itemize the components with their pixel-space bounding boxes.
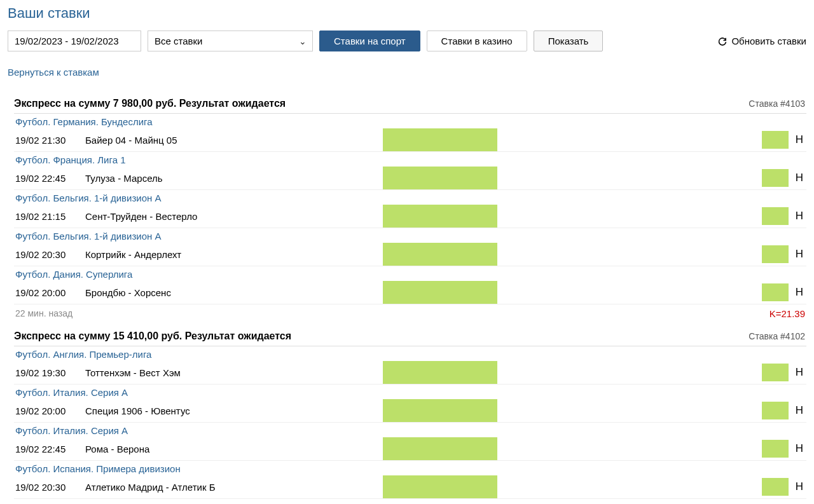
page-title: Ваши ставки [8, 5, 806, 22]
bet-footer: 23 мин. назадK=10.71 [14, 499, 806, 504]
event-right: Н [762, 131, 805, 149]
event-match: Тоттенхэм - Вест Хэм [85, 367, 181, 378]
bet-selection-highlight [383, 243, 497, 266]
event-right: Н [762, 364, 805, 381]
event-right: Н [762, 478, 805, 496]
event-match: Рома - Верона [85, 444, 149, 454]
bet-selection-highlight [383, 361, 497, 384]
bet-block: Экспресс на сумму 7 980,00 руб. Результа… [14, 94, 806, 322]
date-range-input[interactable] [8, 31, 141, 51]
event-status: Н [794, 442, 805, 455]
bet-id: Ставка #4102 [748, 331, 805, 341]
refresh-label: Обновить ставки [731, 36, 806, 46]
bet-selection-highlight [383, 437, 497, 460]
odds-highlight [762, 131, 789, 149]
event-match: Атлетико Мадрид - Атлетик Б [85, 482, 216, 493]
league-link[interactable]: Футбол. Англия. Премьер-лига [14, 346, 806, 361]
tab-sport-bets[interactable]: Ставки на спорт [319, 31, 420, 51]
filter-bar: ⌄ Ставки на спорт Ставки в казино Показа… [8, 31, 806, 51]
event-right: Н [762, 245, 805, 263]
event-status: Н [794, 480, 805, 493]
odds-highlight [762, 478, 789, 496]
event-status: Н [794, 404, 805, 417]
tab-casino-bets[interactable]: Ставки в казино [427, 31, 527, 51]
event-row: 19/02 20:00Специя 1906 - ЮвентусН [14, 399, 806, 423]
league-link[interactable]: Футбол. Франция. Лига 1 [14, 152, 806, 167]
league-link[interactable]: Футбол. Дания. Суперлига [14, 266, 806, 281]
event-row: 19/02 19:30Тоттенхэм - Вест ХэмН [14, 361, 806, 385]
event-match: Байер 04 - Майнц 05 [85, 135, 177, 146]
odds-highlight [762, 440, 789, 458]
event-right: Н [762, 169, 805, 187]
bet-header: Экспресс на сумму 7 980,00 руб. Результа… [14, 94, 806, 114]
event-row: 19/02 22:45Рома - ВеронаН [14, 437, 806, 461]
event-time: 19/02 20:30 [15, 482, 85, 493]
event-match: Кортрийк - Андерлехт [85, 249, 181, 260]
event-row: 19/02 21:15Сент-Труйден - ВестерлоН [14, 205, 806, 228]
event-right: Н [762, 207, 805, 225]
bet-coefficient: K=21.39 [769, 308, 805, 319]
show-button[interactable]: Показать [534, 31, 604, 51]
event-row: 19/02 22:45Тулуза - МарсельН [14, 167, 806, 190]
event-status: Н [794, 286, 805, 299]
league-link[interactable]: Футбол. Бельгия. 1-й дивизион А [14, 190, 806, 205]
league-link[interactable]: Футбол. Бельгия. 1-й дивизион А [14, 228, 806, 243]
odds-highlight [762, 207, 789, 225]
event-match: Специя 1906 - Ювентус [85, 405, 190, 416]
event-status: Н [794, 210, 805, 222]
bet-selection-highlight [383, 167, 497, 189]
event-time: 19/02 21:15 [15, 211, 85, 222]
league-link[interactable]: Футбол. Италия. Серия А [14, 423, 806, 437]
event-time: 19/02 20:00 [15, 405, 85, 416]
bet-header: Экспресс на сумму 15 410,00 руб. Результ… [14, 327, 806, 346]
bet-time-ago: 22 мин. назад [15, 308, 72, 319]
event-match: Сент-Труйден - Вестерло [85, 211, 197, 222]
event-time: 19/02 21:30 [15, 135, 85, 146]
event-row: 19/02 20:30Атлетико Мадрид - Атлетик БН [14, 475, 806, 499]
odds-highlight [762, 245, 789, 263]
bet-selection-highlight [383, 475, 497, 498]
event-time: 19/02 22:45 [15, 173, 85, 184]
bet-id: Ставка #4103 [748, 99, 805, 109]
bet-selection-highlight [383, 128, 497, 151]
bet-footer: 22 мин. назадK=21.39 [14, 304, 806, 322]
event-row: 19/02 20:00Брондбю - ХорсенсН [14, 281, 806, 304]
bet-block: Экспресс на сумму 15 410,00 руб. Результ… [14, 327, 806, 504]
event-right: Н [762, 402, 805, 419]
refresh-bets-link[interactable]: Обновить ставки [717, 36, 806, 46]
event-time: 19/02 20:30 [15, 249, 85, 260]
bet-selection-highlight [383, 399, 497, 422]
event-status: Н [794, 248, 805, 261]
event-status: Н [794, 133, 805, 146]
league-link[interactable]: Футбол. Германия. Бундеслига [14, 114, 806, 128]
event-time: 19/02 20:00 [15, 287, 85, 298]
refresh-icon [717, 36, 728, 46]
event-right: Н [762, 283, 805, 301]
bet-title: Экспресс на сумму 7 980,00 руб. Результа… [14, 98, 286, 109]
odds-highlight [762, 402, 789, 419]
odds-highlight [762, 169, 789, 187]
bet-selection-highlight [383, 205, 497, 228]
event-match: Тулуза - Марсель [85, 173, 163, 184]
event-time: 19/02 19:30 [15, 367, 85, 378]
back-to-bets-link[interactable]: Вернуться к ставкам [8, 67, 99, 78]
league-link[interactable]: Футбол. Испания. Примера дивизион [14, 461, 806, 475]
event-row: 19/02 20:30Кортрийк - АндерлехтН [14, 243, 806, 266]
event-row: 19/02 21:30Байер 04 - Майнц 05Н [14, 128, 806, 152]
event-match: Брондбю - Хорсенс [85, 287, 171, 298]
event-status: Н [794, 366, 805, 379]
odds-highlight [762, 283, 789, 301]
bet-filter-select[interactable] [148, 31, 313, 51]
odds-highlight [762, 364, 789, 381]
event-time: 19/02 22:45 [15, 444, 85, 454]
event-status: Н [794, 172, 805, 184]
league-link[interactable]: Футбол. Италия. Серия А [14, 385, 806, 399]
bet-title: Экспресс на сумму 15 410,00 руб. Результ… [14, 330, 291, 342]
bet-selection-highlight [383, 281, 497, 304]
event-right: Н [762, 440, 805, 458]
